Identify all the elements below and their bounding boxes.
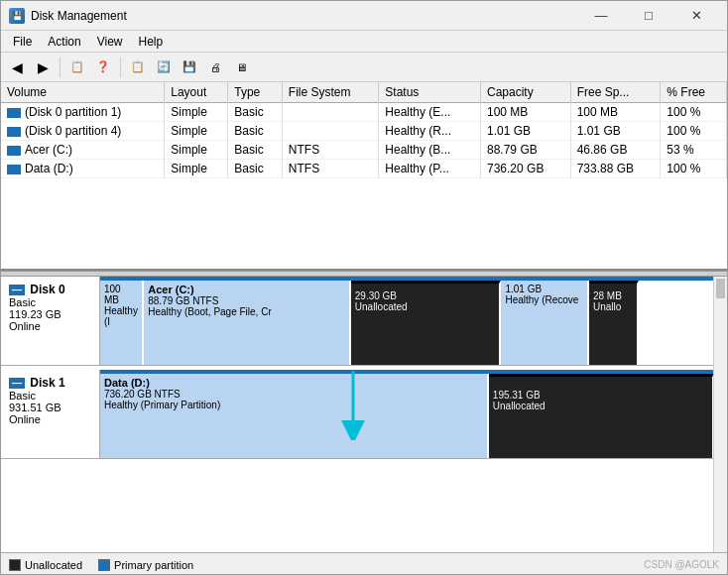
disk-visual-area: — Disk 0 Basic 119.23 GB Online 100 MB H…	[1, 277, 727, 575]
cell-volume: Acer (C:)	[1, 141, 165, 160]
cell-capacity: 736.20 GB	[481, 160, 571, 178]
cell-capacity: 88.79 GB	[481, 141, 571, 160]
toolbar-btn5[interactable]: 💾	[178, 56, 201, 79]
cell-type: Basic	[228, 160, 283, 178]
volume-icon	[7, 108, 21, 118]
table-header-row: Volume Layout Type File System Status Ca…	[1, 82, 727, 103]
toolbar-separator-1	[60, 58, 61, 77]
cell-status: Healthy (E...	[379, 103, 481, 122]
window-title: Disk Management	[31, 9, 578, 23]
table-row[interactable]: Data (D:) Simple Basic NTFS Healthy (P..…	[1, 160, 727, 178]
cell-pctfree: 100 %	[661, 103, 727, 122]
menu-help[interactable]: Help	[131, 31, 172, 52]
toolbar-forward[interactable]: ▶	[31, 56, 55, 79]
toolbar-btn3[interactable]: 📋	[126, 56, 150, 79]
cell-filesystem	[282, 122, 379, 141]
cell-freespace: 733.88 GB	[570, 160, 661, 178]
toolbar-back[interactable]: ◀	[5, 56, 29, 79]
toolbar-btn1[interactable]: 📋	[65, 56, 89, 79]
legend-primary-label: Primary partition	[114, 559, 193, 571]
disk-rows: — Disk 0 Basic 119.23 GB Online 100 MB H…	[1, 277, 727, 459]
minimize-button[interactable]: —	[578, 1, 624, 31]
disk1-size: 931.51 GB	[9, 402, 91, 413]
disk0-part2[interactable]: Acer (C:) 88.79 GB NTFS Healthy (Boot, P…	[144, 281, 351, 365]
cell-layout: Simple	[165, 103, 228, 122]
menu-view[interactable]: View	[89, 31, 131, 52]
legend-unallocated: Unallocated	[9, 559, 82, 571]
table-row[interactable]: Acer (C:) Simple Basic NTFS Healthy (B..…	[1, 141, 727, 160]
disk1-part2-unallocated[interactable]: 195.31 GB Unallocated	[489, 374, 715, 458]
disk0-part4[interactable]: 1.01 GB Healthy (Recove	[501, 281, 588, 365]
col-volume[interactable]: Volume	[1, 82, 165, 103]
volume-icon	[7, 165, 21, 174]
vertical-scrollbar[interactable]	[713, 277, 727, 575]
disk0-status: Online	[9, 320, 91, 332]
disk0-name: — Disk 0	[9, 283, 91, 296]
disk0-part1[interactable]: 100 MB Healthy (I	[100, 281, 144, 365]
window-controls: — □ ✕	[578, 1, 719, 31]
disk-table-area[interactable]: Volume Layout Type File System Status Ca…	[1, 82, 727, 271]
table-row[interactable]: (Disk 0 partition 4) Simple Basic Health…	[1, 122, 727, 141]
toolbar: ◀ ▶ 📋 ❓ 📋 🔄 💾 🖨 🖥	[1, 53, 727, 82]
legend-unallocated-box	[9, 559, 21, 571]
disk0-type: Basic	[9, 296, 91, 308]
disk-table: Volume Layout Type File System Status Ca…	[1, 82, 727, 178]
legend-primary-box	[98, 559, 110, 571]
watermark: CSDN @AGOLK	[644, 559, 719, 570]
disk0-label: — Disk 0 Basic 119.23 GB Online	[1, 277, 100, 365]
cell-filesystem: NTFS	[282, 141, 379, 160]
cell-layout: Simple	[165, 141, 228, 160]
cell-freespace: 46.86 GB	[570, 141, 661, 160]
menu-action[interactable]: Action	[40, 31, 88, 52]
cell-type: Basic	[228, 141, 283, 160]
disk0-part5[interactable]: 28 MB Unallo	[589, 281, 640, 365]
cell-volume: (Disk 0 partition 4)	[1, 122, 165, 141]
disk1-label: — Disk 1 Basic 931.51 GB Online	[1, 370, 100, 458]
cell-volume: (Disk 0 partition 1)	[1, 103, 165, 122]
close-button[interactable]: ✕	[673, 1, 719, 31]
cell-type: Basic	[228, 103, 283, 122]
disk1-partitions: Data (D:) 736.20 GB NTFS Healthy (Primar…	[100, 370, 727, 458]
col-freespace[interactable]: Free Sp...	[570, 82, 661, 103]
volume-icon	[7, 146, 21, 156]
cell-layout: Simple	[165, 122, 228, 141]
maximize-button[interactable]: □	[626, 1, 671, 31]
menu-bar: File Action View Help	[1, 31, 727, 53]
col-status[interactable]: Status	[379, 82, 481, 103]
app-icon: 💾	[9, 8, 25, 24]
disk0-part3-unallocated[interactable]: 29.30 GB Unallocated	[351, 281, 502, 365]
title-bar: 💾 Disk Management — □ ✕	[1, 1, 727, 31]
cell-freespace: 1.01 GB	[570, 122, 661, 141]
toolbar-btn2[interactable]: ❓	[91, 56, 115, 79]
cell-freespace: 100 MB	[570, 103, 661, 122]
legend-bar: Unallocated Primary partition CSDN @AGOL…	[1, 552, 727, 575]
cell-status: Healthy (R...	[379, 122, 481, 141]
cell-capacity: 100 MB	[481, 103, 571, 122]
scrollbar-thumb[interactable]	[716, 279, 725, 298]
col-pctfree[interactable]: % Free	[661, 82, 727, 103]
cell-capacity: 1.01 GB	[481, 122, 571, 141]
col-type[interactable]: Type	[228, 82, 283, 103]
cell-pctfree: 100 %	[661, 122, 727, 141]
cell-status: Healthy (B...	[379, 141, 481, 160]
disk1-part1[interactable]: Data (D:) 736.20 GB NTFS Healthy (Primar…	[100, 374, 489, 458]
toolbar-btn6[interactable]: 🖨	[203, 56, 227, 79]
toolbar-btn4[interactable]: 🔄	[152, 56, 176, 79]
cell-type: Basic	[228, 122, 283, 141]
cell-pctfree: 100 %	[661, 160, 727, 178]
toolbar-btn7[interactable]: 🖥	[229, 56, 253, 79]
disk1-row: — Disk 1 Basic 931.51 GB Online Data (D:…	[1, 370, 727, 459]
cell-status: Healthy (P...	[379, 160, 481, 178]
menu-file[interactable]: File	[5, 31, 40, 52]
disk0-row: — Disk 0 Basic 119.23 GB Online 100 MB H…	[1, 277, 727, 366]
volume-icon	[7, 127, 21, 137]
disk1-name: — Disk 1	[9, 376, 91, 390]
table-body: (Disk 0 partition 1) Simple Basic Health…	[1, 103, 727, 178]
col-capacity[interactable]: Capacity	[481, 82, 571, 103]
cell-pctfree: 53 %	[661, 141, 727, 160]
table-row[interactable]: (Disk 0 partition 1) Simple Basic Health…	[1, 103, 727, 122]
disk1-status: Online	[9, 413, 91, 425]
toolbar-separator-2	[120, 58, 121, 77]
col-filesystem[interactable]: File System	[282, 82, 379, 103]
col-layout[interactable]: Layout	[165, 82, 228, 103]
